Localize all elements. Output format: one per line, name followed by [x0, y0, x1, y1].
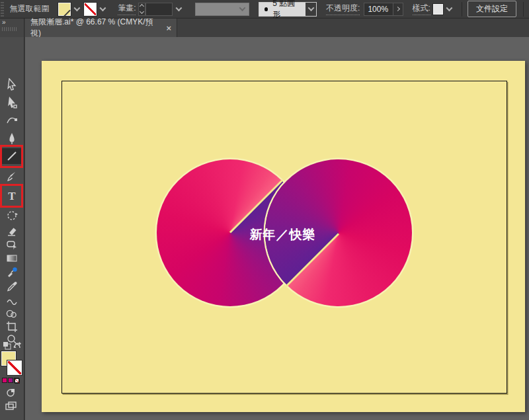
brush-chevron-icon [307, 5, 314, 11]
collapse-panel-icon[interactable]: » [2, 19, 5, 26]
selection-tool[interactable] [1, 77, 22, 93]
fill-chevron-icon[interactable] [73, 5, 80, 11]
fill-swatch-line [63, 9, 71, 17]
panel-grip[interactable] [1, 2, 4, 17]
stroke-weight-stepper[interactable] [138, 3, 145, 16]
artboard[interactable]: 新年／快樂 [42, 61, 525, 412]
document-tab-title: 無限漸層.ai* @ 66.67 % (CMYK/預視) [30, 17, 158, 39]
curvature-tool[interactable] [1, 112, 22, 128]
opacity-label[interactable]: 不透明度: [326, 3, 360, 15]
fill-color-swatch[interactable] [58, 3, 70, 16]
canvas-pasteboard[interactable]: 新年／快樂 [25, 37, 529, 420]
none-slash-icon [85, 3, 95, 15]
greeting-text[interactable]: 新年／快樂 [235, 226, 331, 243]
none-slash-icon [8, 361, 21, 374]
line-tool-highlight-box [0, 145, 23, 168]
stroke-weight-chevron-icon[interactable] [175, 5, 182, 11]
drawing-mode-icon[interactable] [5, 388, 16, 398]
tools-panel: T ••• [0, 37, 24, 420]
brush-name: 5 點圓形 [272, 0, 299, 21]
default-swatches-icon[interactable] [3, 341, 12, 351]
separator [523, 2, 524, 17]
screen-mode-icon[interactable] [5, 401, 17, 411]
document-setup-button[interactable]: 文件設定 [468, 1, 516, 17]
toolbar-header: » [0, 19, 24, 37]
stroke-color-swatch[interactable] [84, 3, 96, 16]
stroke-weight-field[interactable] [145, 3, 173, 16]
opacity-more-button[interactable] [393, 3, 403, 16]
stroke-proxy-swatch[interactable] [7, 360, 22, 375]
opacity-field[interactable]: 100% [364, 3, 393, 16]
style-swatch[interactable] [433, 4, 443, 15]
stroke-weight-label[interactable]: 筆畫: [118, 3, 136, 15]
variable-width-profile-dropdown[interactable] [195, 3, 249, 16]
paintbrush-tool[interactable] [1, 169, 22, 185]
style-label[interactable]: 樣式: [413, 3, 430, 15]
type-tool-highlight-box [0, 184, 23, 208]
brush-definition-dropdown[interactable]: 5 點圓形 [259, 2, 317, 17]
pen-tool[interactable] [1, 130, 22, 146]
brush-preview-icon [264, 7, 268, 11]
close-tab-icon[interactable]: × [166, 23, 171, 33]
direct-selection-tool[interactable] [1, 95, 22, 110]
control-bar: 無選取範圍 筆畫: 5 點圓形 不透明度: 100% 樣式: 文件設定 [0, 0, 529, 19]
rotate-tool[interactable] [1, 208, 22, 224]
document-tab[interactable]: 無限漸層.ai* @ 66.67 % (CMYK/預視) × [25, 19, 177, 37]
selection-status: 無選取範圍 [9, 3, 49, 15]
profile-chevron-icon [239, 5, 245, 11]
swap-fill-stroke-icon[interactable] [13, 341, 22, 351]
tab-bar: » 無限漸層.ai* @ 66.67 % (CMYK/預視) × [0, 19, 529, 37]
color-button[interactable] [2, 378, 7, 383]
separator [462, 2, 462, 17]
style-chevron-icon[interactable] [446, 5, 452, 11]
toolbar-grip[interactable] [2, 27, 17, 31]
none-button[interactable] [14, 378, 19, 383]
stroke-chevron-icon[interactable] [99, 5, 106, 11]
gradient-button[interactable] [8, 378, 13, 383]
